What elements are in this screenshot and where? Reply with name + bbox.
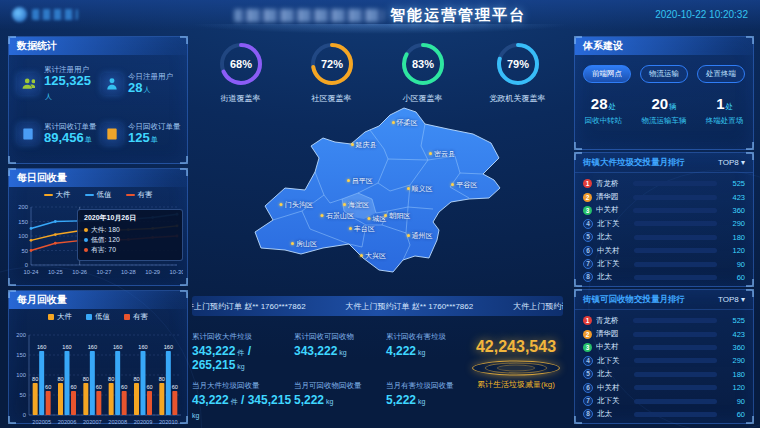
district-label-门头沟区[interactable]: 门头沟区 [280, 200, 313, 210]
system-tab-物流运输[interactable]: 物流运输 [640, 65, 688, 83]
legend-marker [85, 194, 94, 197]
svg-text:60: 60 [172, 384, 178, 390]
svg-text:10-30: 10-30 [170, 269, 183, 275]
total-reduction-value: 42,243,543 [468, 338, 564, 356]
district-dot [280, 203, 283, 206]
district-label-昌平区[interactable]: 昌平区 [347, 176, 373, 186]
district-label-房山区[interactable]: 房山区 [291, 239, 317, 249]
svg-text:80: 80 [83, 376, 89, 382]
system-stat-label: 终端处置场 [706, 116, 744, 126]
district-label-海淀区[interactable]: 海淀区 [343, 200, 369, 210]
rank-row-6: 6中关村120 [583, 244, 745, 257]
district-label-朝阳区[interactable]: 朝阳区 [384, 211, 410, 221]
stat-card-text: 今日注册用户28人 [128, 73, 173, 96]
svg-text:200: 200 [16, 332, 26, 338]
bulky-waste-ranking-panel: 街镇大件垃圾交投量月排行 TOP8 ▾ 1青龙桥5252清华园4233中关村36… [574, 152, 754, 287]
system-tab-处置终端[interactable]: 处置终端 [697, 65, 745, 83]
district-dot [407, 187, 410, 190]
system-stat-label: 回收中转站 [585, 116, 623, 126]
daily-recycle-panel: 每日回收量 大件低值有害 05010015020010-2410-2510-26… [8, 168, 188, 286]
header-glow [190, 24, 570, 34]
district-name: 房山区 [296, 240, 317, 247]
bulky-ranking-header: 街镇大件垃圾交投量月排行 TOP8 ▾ [575, 153, 753, 173]
system-tab-前端网点[interactable]: 前端网点 [583, 65, 631, 83]
legend-item-大件[interactable]: 大件 [48, 312, 72, 322]
bulky-ranking-title: 街镇大件垃圾交投量月排行 [583, 157, 685, 169]
tooltip-date: 2020年10月26日 [84, 213, 176, 223]
stat-card-text: 累计回收订单量89,456单 [44, 123, 97, 146]
district-label-延庆县[interactable]: 延庆县 [351, 140, 377, 150]
district-label-石景山区[interactable]: 石景山区 [321, 211, 354, 221]
rank-value: 360 [721, 206, 745, 215]
summary-cell-0: 累计回收大件垃圾343,222 件 / 265,215 kg [192, 326, 294, 375]
rank-badge: 5 [583, 232, 593, 242]
legend-item-大件[interactable]: 大件 [44, 190, 71, 200]
monthly-recycle-panel: 每月回收量 大件低值有害 050100150200801606020200580… [8, 290, 188, 424]
summary-unit2: kg [235, 363, 244, 370]
district-name: 海淀区 [348, 201, 369, 208]
summary-label: 当月可回收物回收量 [294, 381, 386, 391]
gauge-3: 79%党政机关覆盖率 [490, 40, 546, 104]
rank-row-4: 4北下关290 [583, 354, 745, 367]
total-reduction-label: 累计生活垃圾减量(kg) [468, 379, 564, 390]
legend-label: 大件 [57, 312, 72, 322]
daily-recycle-title: 每日回收量 [9, 169, 187, 187]
recyclable-ranking-top-select[interactable]: TOP8 ▾ [718, 295, 745, 304]
system-stat-value: 1处 [706, 95, 744, 112]
district-label-大兴区[interactable]: 大兴区 [360, 251, 386, 261]
system-stats: 28处回收中转站20辆物流运输车辆1处终端处置场 [575, 95, 753, 126]
rank-value: 290 [721, 356, 745, 365]
rank-name: 中关村 [597, 383, 630, 393]
rank-badge: 2 [583, 330, 592, 339]
rank-value: 60 [721, 410, 745, 419]
legend-item-有害[interactable]: 有害 [126, 190, 153, 200]
district-label-顺义区[interactable]: 顺义区 [407, 184, 433, 194]
rank-name: 青龙桥 [596, 179, 629, 189]
district-dot [360, 254, 363, 257]
system-tabs: 前端网点物流运输处置终端 [575, 55, 753, 83]
district-label-怀柔区[interactable]: 怀柔区 [392, 118, 418, 128]
legend-marker [48, 314, 54, 320]
tooltip-dot [84, 248, 88, 252]
svg-text:80: 80 [108, 376, 114, 382]
legend-item-低值[interactable]: 低值 [86, 312, 110, 322]
district-label-通州区[interactable]: 通州区 [407, 231, 433, 241]
order-list-icon [17, 123, 39, 145]
district-label-丰台区[interactable]: 丰台区 [349, 224, 375, 234]
rank-badge: 5 [583, 369, 593, 379]
monthly-legend: 大件低值有害 [9, 312, 187, 322]
legend-item-有害[interactable]: 有害 [124, 312, 148, 322]
tooltip-dot [84, 228, 88, 232]
rank-bar-track [634, 372, 717, 377]
svg-text:100: 100 [18, 233, 28, 239]
rank-row-2: 2清华园423 [583, 327, 745, 340]
daily-line-chart: 05010015020010-2410-2510-2610-2710-2810-… [11, 201, 185, 285]
user-icon [101, 73, 123, 95]
stat-card-text: 今日回收订单量125单 [128, 123, 181, 146]
district-label-密云县[interactable]: 密云县 [429, 149, 455, 159]
dashboard-root: { "header": { "title": "智能运营管理平台", "date… [0, 0, 760, 428]
rank-name: 北太 [597, 369, 630, 379]
rank-row-6: 6中关村120 [583, 381, 745, 394]
svg-text:150: 150 [16, 352, 26, 358]
district-dot [407, 234, 410, 237]
rank-value: 180 [721, 233, 745, 242]
legend-label: 低值 [97, 190, 112, 200]
svg-text:202006: 202006 [58, 419, 77, 425]
summary-label: 当月有害垃圾回收量 [386, 381, 468, 391]
legend-item-低值[interactable]: 低值 [85, 190, 112, 200]
system-stat-unit: 辆 [669, 102, 677, 111]
rank-value: 90 [721, 397, 745, 406]
svg-text:68%: 68% [229, 58, 251, 70]
rank-name: 北下关 [597, 259, 630, 269]
system-stat-2: 1处终端处置场 [706, 95, 744, 126]
bulky-ranking-top-select[interactable]: TOP8 ▾ [718, 158, 745, 167]
app-logo [12, 7, 78, 22]
district-name: 平谷区 [456, 181, 477, 188]
district-label-平谷区[interactable]: 平谷区 [451, 180, 477, 190]
district-dot [392, 121, 395, 124]
rank-badge: 3 [583, 343, 592, 352]
rank-row-1: 1青龙桥525 [583, 177, 745, 190]
rank-name: 北下关 [597, 396, 630, 406]
svg-text:80: 80 [159, 376, 165, 382]
